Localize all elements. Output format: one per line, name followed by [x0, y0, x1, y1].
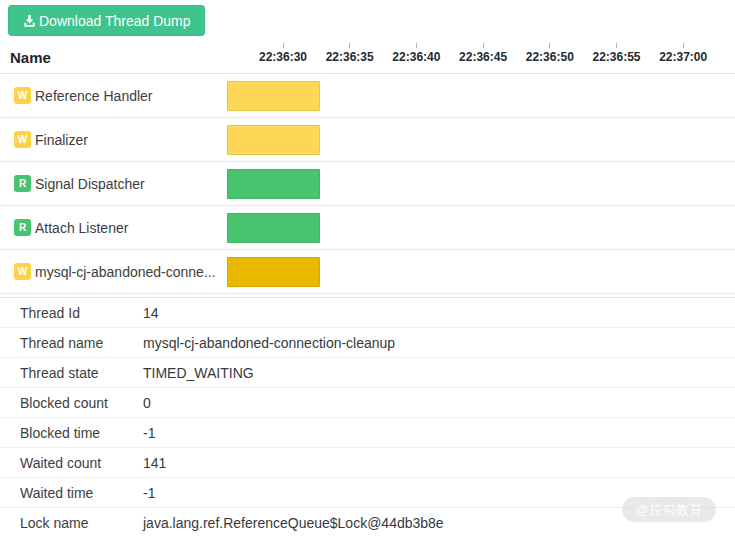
tick-mark-icon [549, 43, 550, 48]
detail-label: Thread Id [0, 305, 143, 321]
tick-label: 22:36:45 [459, 50, 507, 64]
detail-label: Waited time [0, 485, 143, 501]
download-thread-dump-button[interactable]: Download Thread Dump [8, 5, 205, 36]
timeline-tick: 22:36:40 [392, 43, 440, 64]
watermark-badge: @拉勾教育 [622, 497, 716, 522]
timeline-tick: 22:36:45 [459, 43, 507, 64]
detail-value: -1 [143, 485, 155, 501]
timeline-tick: 22:37:00 [659, 43, 707, 64]
thread-timeline-bar[interactable] [227, 81, 320, 111]
toolbar: Download Thread Dump [0, 0, 735, 40]
detail-value: mysql-cj-abandoned-connection-cleanup [143, 335, 395, 351]
thread-name-label: Signal Dispatcher [35, 176, 145, 192]
thread-row[interactable]: W Finalizer [0, 118, 735, 162]
detail-value: 14 [143, 305, 159, 321]
detail-row: Thread Id 14 [0, 298, 735, 328]
detail-row: Thread state TIMED_WAITING [0, 358, 735, 388]
thread-state-badge: W [14, 263, 31, 280]
timeline-header: Name 22:36:30 22:36:35 22:36:40 22:36:45… [0, 40, 735, 74]
detail-row: Blocked time -1 [0, 418, 735, 448]
thread-dump-viewer: Download Thread Dump Name 22:36:30 22:36… [0, 0, 735, 536]
detail-value: TIMED_WAITING [143, 365, 254, 381]
thread-timeline-bar[interactable] [227, 213, 320, 243]
detail-value: 0 [143, 395, 151, 411]
thread-timeline-bar[interactable] [227, 125, 320, 155]
timeline-tick: 22:36:50 [526, 43, 574, 64]
detail-value: -1 [143, 425, 155, 441]
tick-label: 22:37:00 [659, 50, 707, 64]
tick-label: 22:36:55 [592, 50, 640, 64]
detail-label: Lock name [0, 515, 143, 531]
thread-list: W Reference Handler W Finalizer R Signal… [0, 74, 735, 294]
thread-state-badge: R [14, 175, 31, 192]
tick-label: 22:36:40 [392, 50, 440, 64]
tick-mark-icon [349, 43, 350, 48]
thread-row[interactable]: R Attach Listener [0, 206, 735, 250]
tick-label: 22:36:50 [526, 50, 574, 64]
detail-label: Blocked count [0, 395, 143, 411]
detail-label: Blocked time [0, 425, 143, 441]
thread-state-badge: R [14, 219, 31, 236]
thread-state-badge: W [14, 131, 31, 148]
thread-timeline-bar[interactable] [227, 257, 320, 287]
tick-label: 22:36:35 [326, 50, 374, 64]
detail-value: 141 [143, 455, 166, 471]
detail-row: Blocked count 0 [0, 388, 735, 418]
detail-label: Thread state [0, 365, 143, 381]
detail-label: Waited count [0, 455, 143, 471]
download-icon [22, 13, 37, 28]
thread-name-label: Finalizer [35, 132, 88, 148]
tick-mark-icon [616, 43, 617, 48]
thread-timeline-bar[interactable] [227, 169, 320, 199]
timeline-tick: 22:36:30 [259, 43, 307, 64]
thread-name-label: Reference Handler [35, 88, 153, 104]
tick-label: 22:36:30 [259, 50, 307, 64]
download-button-label: Download Thread Dump [39, 14, 191, 28]
detail-value: java.lang.ref.ReferenceQueue$Lock@44db3b… [143, 515, 444, 531]
timeline-tick: 22:36:35 [326, 43, 374, 64]
timeline-tick: 22:36:55 [592, 43, 640, 64]
thread-name-label: mysql-cj-abandoned-conne... [35, 264, 216, 280]
thread-state-badge: W [14, 87, 31, 104]
thread-row[interactable]: R Signal Dispatcher [0, 162, 735, 206]
detail-row: Waited count 141 [0, 448, 735, 478]
tick-mark-icon [282, 43, 283, 48]
detail-row: Thread name mysql-cj-abandoned-connectio… [0, 328, 735, 358]
watermark-text: @拉勾教育 [635, 501, 703, 519]
thread-name-label: Attach Listener [35, 220, 128, 236]
name-column-header: Name [10, 49, 51, 66]
thread-row[interactable]: W mysql-cj-abandoned-conne... [0, 250, 735, 294]
tick-mark-icon [483, 43, 484, 48]
tick-mark-icon [416, 43, 417, 48]
thread-row[interactable]: W Reference Handler [0, 74, 735, 118]
tick-mark-icon [683, 43, 684, 48]
detail-label: Thread name [0, 335, 143, 351]
